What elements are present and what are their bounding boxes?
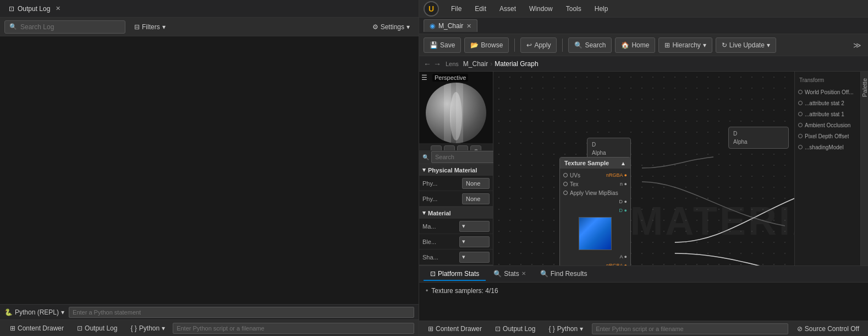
content-drawer-tab[interactable]: ⊞ Content Drawer [4, 322, 69, 334]
output-log-tab-label: Output Log [18, 5, 50, 13]
menu-tools[interactable]: Tools [561, 3, 587, 15]
viewport-ctrl-circle1[interactable]: ○ [431, 145, 442, 150]
a-out-label: A ● [620, 254, 627, 259]
python-filename-input[interactable] [173, 323, 414, 334]
a-out-row: A ● [563, 252, 627, 261]
hierarchy-button[interactable]: ⊞ Hierarchy [658, 37, 712, 53]
python-repl-input[interactable] [69, 307, 414, 318]
output-pin-attr1: ...attribute stat 1 [795, 109, 860, 120]
output-log-status-btn[interactable]: ⊡ Output Log [491, 324, 540, 334]
properties-search-bar: 🔍 ⊞ ⚙ [419, 150, 493, 164]
material-dropdown-3[interactable]: ▾ [459, 252, 490, 263]
platform-stats-tab[interactable]: ⊡ Platform Stats [424, 268, 486, 281]
log-content [0, 36, 419, 304]
hierarchy-icon: ⊞ [664, 41, 670, 49]
bottom-tab-bar: ⊡ Platform Stats 🔍 Stats ✕ 🔍 Find Result… [419, 266, 868, 283]
node-label-d: D [590, 140, 628, 149]
menu-edit[interactable]: Edit [469, 3, 492, 15]
viewport-ctrl-circle2[interactable]: ○ [444, 145, 455, 150]
python-icon: 🐍 [4, 308, 13, 316]
find-icon: 🔍 [540, 270, 548, 278]
breadcrumb-mchair[interactable]: M_Chair [463, 60, 488, 68]
save-button[interactable]: 💾 Save [424, 37, 461, 53]
output-pins-panel: Transform World Position Off... ...attri… [794, 72, 860, 265]
content-drawer-icon: ⊞ [428, 325, 433, 333]
physical-material-header[interactable]: Physical Material [419, 164, 493, 176]
mchair-tab-close[interactable]: ✕ [466, 23, 471, 30]
bullet-icon: • [426, 287, 428, 295]
search-log-input[interactable] [20, 23, 120, 31]
viewport-ctrl-circle3[interactable]: ○ [457, 145, 468, 150]
input-node-left: D Alpha [587, 138, 631, 160]
ue-logo: U [424, 1, 439, 17]
stats-tab-close[interactable]: ✕ [521, 270, 526, 277]
search-button[interactable]: 🔍 Search [568, 37, 612, 53]
stats-icon: 🔍 [493, 270, 502, 278]
save-icon: 💾 [430, 41, 438, 49]
search-log-input-wrap[interactable]: 🔍 [4, 20, 125, 34]
python-status-btn[interactable]: { } Python [544, 324, 587, 334]
settings-button[interactable]: ⚙ Settings [368, 21, 414, 33]
nrgba-out-row: nRGBA ● [563, 261, 627, 265]
output-d: D [731, 129, 786, 138]
output-log-tab[interactable]: ⊡ Output Log ✕ [4, 4, 67, 13]
menu-window[interactable]: Window [524, 3, 558, 15]
nrgba-out-label: nRGBA ● [606, 263, 627, 265]
texture-sample-node[interactable]: Texture Sample ▲ UVs nRGBA ● Tex n ● [559, 157, 631, 265]
viewport-menu-icon[interactable]: ☰ [421, 74, 427, 82]
breadcrumb-material-graph: Material Graph [495, 60, 538, 68]
output-pin-pixel-depth: Pixel Depth Offset [795, 131, 860, 142]
physical-material-row-2: Phy... None [419, 191, 493, 207]
material-dropdown-1[interactable]: ▾ [459, 221, 490, 232]
apply-icon: ↩ [526, 41, 532, 49]
python-repl-button[interactable]: 🐍 Python (REPL) [4, 308, 64, 316]
menu-asset[interactable]: Asset [494, 3, 521, 15]
output-pin-dot-5 [798, 134, 803, 138]
stats-tab[interactable]: 🔍 Stats ✕ [487, 268, 532, 281]
output-alpha: Alpha [731, 138, 786, 146]
texture-samplers-info: • Texture samplers: 4/16 [426, 287, 861, 295]
forward-arrow-icon[interactable]: → [433, 59, 441, 68]
find-results-tab[interactable]: 🔍 Find Results [534, 268, 594, 281]
editor-bottom: ⊡ Platform Stats 🔍 Stats ✕ 🔍 Find Result… [419, 265, 868, 321]
physical-material-section: Physical Material Phy... None Phy... Non… [419, 164, 493, 207]
settings-chevron-down-icon [406, 23, 410, 31]
home-button[interactable]: 🏠 Home [615, 37, 655, 53]
output-log-tab-close[interactable]: ✕ [53, 4, 62, 13]
editor-status-bar: ⊞ Content Drawer ⊡ Output Log { } Python… [419, 321, 868, 336]
menu-file[interactable]: File [446, 3, 467, 15]
chevron-down-ma-icon: ▾ [462, 223, 465, 230]
bottom-content: • Texture samplers: 4/16 [419, 283, 868, 321]
collapse-icon[interactable]: ▲ [620, 160, 626, 166]
editor-main: ☰ Perspective ○ ○ ○ ⚙ 🔍 ⊞ [419, 72, 868, 265]
source-control-icon: ⊘ [797, 325, 803, 333]
status-python-input[interactable] [592, 323, 788, 334]
g-out-label: D ● [619, 208, 627, 213]
filters-button[interactable]: ⊟ Filters [130, 21, 170, 33]
live-update-button[interactable]: ↻ Live Update [716, 37, 776, 53]
browse-button[interactable]: 📂 Browse [464, 37, 509, 53]
source-control-button[interactable]: ⊘ Source Control Off [793, 324, 864, 334]
menu-bar: U File Edit Asset Window Tools Help [419, 0, 868, 18]
material-header[interactable]: Material [419, 207, 493, 219]
output-log-bottom-tab[interactable]: ⊡ Output Log [72, 322, 123, 334]
right-sidebar: Palette [860, 72, 868, 265]
expand-button[interactable]: ≫ [851, 39, 864, 52]
material-dropdown-2[interactable]: ▾ [459, 236, 490, 247]
code-icon: { } [130, 324, 136, 332]
output-pin-dot-3 [798, 112, 803, 116]
tex-pin-dot [563, 182, 568, 186]
content-drawer-status-btn[interactable]: ⊞ Content Drawer [424, 324, 486, 334]
graph-canvas[interactable]: D Alpha D Alpha Texture Sample ▲ UVs [493, 72, 860, 265]
uvs-pin-label: UVs [570, 172, 580, 178]
python-bottom-tab[interactable]: { } Python [125, 322, 171, 334]
back-arrow-icon[interactable]: ← [424, 59, 431, 68]
mchair-tab[interactable]: ◉ M_Chair ✕ [424, 19, 477, 32]
output-log-status-icon: ⊡ [495, 325, 501, 333]
palette-label: Palette [861, 78, 868, 97]
viewport-ctrl-gear[interactable]: ⚙ [470, 145, 481, 150]
apply-button[interactable]: ↩ Apply [520, 37, 557, 53]
search-icon-prop: 🔍 [422, 154, 429, 160]
perspective-label: Perspective [432, 74, 468, 82]
menu-help[interactable]: Help [589, 3, 614, 15]
